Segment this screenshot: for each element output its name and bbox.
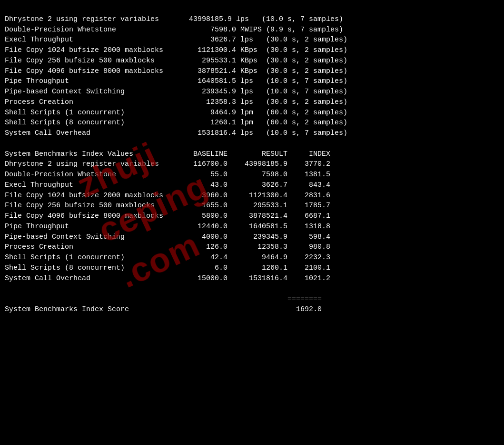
raw-result-row: File Copy 1024 bufsize 2000 maxblocks 11…	[5, 45, 499, 56]
index-row: Double-Precision Whetstone 55.0 7598.0 1…	[5, 170, 499, 180]
index-row: Shell Scripts (1 concurrent) 42.4 9464.9…	[5, 253, 499, 263]
blank3	[5, 283, 499, 294]
index-row: Pipe Throughput 12440.0 1640581.5 1318.8	[5, 222, 499, 232]
final-score-line: System Benchmarks Index Score 1692.0	[5, 304, 499, 315]
raw-result-row: Dhrystone 2 using register variables 439…	[5, 14, 499, 25]
raw-result-row: Shell Scripts (1 concurrent) 9464.9 lpm …	[5, 108, 499, 118]
index-section: System Benchmarks Index Values BASELINE …	[5, 149, 499, 284]
raw-result-row: File Copy 4096 bufsize 8000 maxblocks 38…	[5, 66, 499, 77]
index-row: File Copy 1024 bufsize 2000 maxblocks 39…	[5, 191, 499, 201]
index-row: Shell Scripts (8 concurrent) 6.0 1260.1 …	[5, 263, 499, 273]
score-section: ========System Benchmarks Index Score 16…	[5, 294, 499, 315]
equals-line: ========	[5, 294, 499, 304]
raw-result-row: File Copy 256 bufsize 500 maxblocks 2955…	[5, 56, 499, 66]
blank2	[5, 139, 499, 149]
index-row: Dhrystone 2 using register variables 116…	[5, 159, 499, 170]
index-header: System Benchmarks Index Values BASELINE …	[5, 149, 499, 160]
raw-result-row: Pipe Throughput 1640581.5 lps (10.0 s, 7…	[5, 76, 499, 87]
index-row: File Copy 256 bufsize 500 maxblocks 1655…	[5, 201, 499, 211]
index-row: Process Creation 126.0 12358.3 980.8	[5, 242, 499, 253]
index-row: System Call Overhead 15000.0 1531816.4 1…	[5, 273, 499, 284]
terminal: Dhrystone 2 using register variables 439…	[5, 4, 499, 315]
raw-result-row: Shell Scripts (8 concurrent) 1260.1 lpm …	[5, 118, 499, 128]
index-row: Execl Throughput 43.0 3626.7 843.4	[5, 180, 499, 191]
raw-result-row: Process Creation 12358.3 lps (30.0 s, 2 …	[5, 97, 499, 108]
raw-result-row: Pipe-based Context Switching 239345.9 lp…	[5, 87, 499, 97]
raw-results-section: Dhrystone 2 using register variables 439…	[5, 14, 499, 139]
blank1	[5, 4, 499, 14]
index-row: File Copy 4096 bufsize 8000 maxblocks 58…	[5, 211, 499, 222]
raw-result-row: System Call Overhead 1531816.4 lps (10.0…	[5, 128, 499, 139]
index-row: Pipe-based Context Switching 4000.0 2393…	[5, 232, 499, 243]
raw-result-row: Execl Throughput 3626.7 lps (30.0 s, 2 s…	[5, 35, 499, 45]
raw-result-row: Double-Precision Whetstone 7598.0 MWIPS …	[5, 25, 499, 35]
